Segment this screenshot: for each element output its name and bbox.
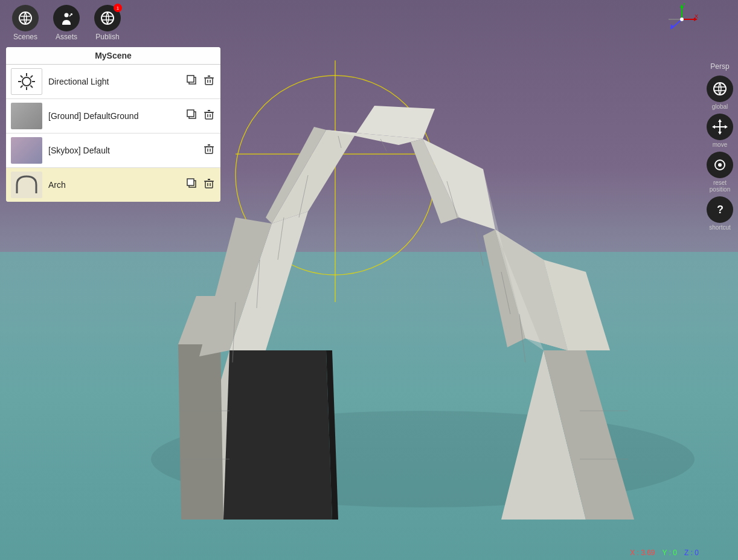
- move-label: move: [713, 141, 727, 148]
- axis-gizmo: Y X: [666, 3, 699, 36]
- svg-rect-74: [187, 179, 194, 185]
- scenes-label: Scenes: [13, 33, 37, 41]
- shortcut-label: shortcut: [709, 224, 731, 231]
- svg-text:?: ?: [717, 204, 724, 216]
- directional-light-thumb: [11, 68, 42, 95]
- svg-rect-68: [205, 147, 213, 153]
- arch-actions: [185, 177, 216, 193]
- ground-actions: [185, 108, 216, 124]
- ground-duplicate[interactable]: [185, 108, 199, 124]
- svg-line-30: [474, 224, 483, 266]
- svg-marker-96: [718, 132, 722, 135]
- svg-text:X: X: [695, 13, 698, 19]
- scenes-button[interactable]: Scenes: [5, 2, 46, 43]
- coord-z: Z : 0: [684, 549, 699, 557]
- publish-icon: 1: [94, 5, 121, 31]
- ground-delete[interactable]: [202, 108, 216, 124]
- arch-duplicate[interactable]: [185, 177, 199, 193]
- reset-position-button[interactable]: resetposition: [707, 152, 733, 193]
- ground-thumb: [11, 103, 42, 129]
- svg-point-41: [65, 13, 69, 18]
- skybox-delete[interactable]: [202, 143, 216, 158]
- svg-rect-62: [187, 110, 194, 117]
- svg-rect-56: [205, 78, 213, 85]
- svg-point-38: [19, 12, 31, 24]
- directional-light-name: Directional Light: [48, 77, 185, 86]
- svg-rect-63: [205, 112, 213, 119]
- scene-item-ground[interactable]: [Ground] DefaultGround: [6, 99, 220, 134]
- shortcut-button[interactable]: ? shortcut: [707, 196, 733, 231]
- scene-item-directional-light[interactable]: Directional Light: [6, 65, 220, 99]
- skybox-name: [Skybox] Default: [48, 146, 202, 155]
- scene-panel: MyScene Directional Light: [6, 47, 220, 202]
- scene-item-arch[interactable]: Arch: [6, 168, 220, 202]
- coordinates: X : 3.69 Y : 0 Z : 0: [630, 549, 699, 557]
- reset-position-icon: [707, 152, 733, 178]
- svg-marker-98: [725, 125, 728, 129]
- svg-marker-5: [178, 344, 223, 520]
- global-label: global: [712, 103, 728, 110]
- svg-marker-7: [223, 350, 332, 520]
- svg-point-90: [714, 83, 726, 95]
- svg-marker-87: [670, 24, 674, 30]
- svg-point-45: [22, 77, 31, 86]
- shortcut-icon: ?: [707, 196, 733, 223]
- svg-marker-16: [356, 106, 435, 139]
- persp-label: Persp: [710, 5, 729, 71]
- assets-icon: [53, 5, 80, 31]
- skybox-actions: [202, 143, 216, 158]
- svg-point-89: [680, 18, 684, 21]
- arch-delete[interactable]: [202, 177, 216, 193]
- global-button[interactable]: global: [707, 76, 733, 110]
- assets-label: Assets: [56, 33, 77, 41]
- svg-line-51: [31, 86, 33, 88]
- coord-y: Y : 0: [663, 549, 677, 557]
- scene-item-skybox[interactable]: [Skybox] Default: [6, 134, 220, 168]
- scene-panel-title: MyScene: [6, 47, 220, 65]
- assets-button[interactable]: Assets: [46, 2, 87, 43]
- arch-thumb: [11, 172, 42, 198]
- directional-light-duplicate[interactable]: [185, 74, 199, 89]
- svg-line-53: [21, 86, 23, 88]
- svg-point-100: [718, 163, 722, 167]
- svg-point-42: [101, 12, 114, 24]
- move-button[interactable]: move: [707, 114, 733, 148]
- directional-light-delete[interactable]: [202, 74, 216, 89]
- skybox-thumb: [11, 137, 42, 164]
- publish-button[interactable]: 1 Publish: [87, 2, 128, 43]
- directional-light-actions: [185, 74, 216, 89]
- ground-name: [Ground] DefaultGround: [48, 111, 185, 121]
- move-icon: [707, 114, 733, 140]
- reset-position-label: resetposition: [710, 179, 730, 193]
- global-icon: [707, 76, 733, 102]
- svg-rect-55: [187, 76, 194, 82]
- svg-line-52: [31, 76, 33, 78]
- svg-rect-75: [205, 181, 213, 188]
- svg-line-50: [21, 76, 23, 78]
- publish-badge: 1: [114, 4, 122, 12]
- toolbar: Scenes Assets 1 Publish: [0, 0, 133, 46]
- coord-x: X : 3.69: [630, 549, 655, 557]
- svg-marker-97: [712, 125, 715, 129]
- publish-label: Publish: [95, 33, 119, 41]
- right-panel: Persp global move: [702, 0, 738, 560]
- arch-name: Arch: [48, 180, 185, 190]
- svg-text:Y: Y: [682, 3, 686, 7]
- svg-marker-95: [718, 119, 722, 122]
- scenes-icon: [12, 5, 39, 31]
